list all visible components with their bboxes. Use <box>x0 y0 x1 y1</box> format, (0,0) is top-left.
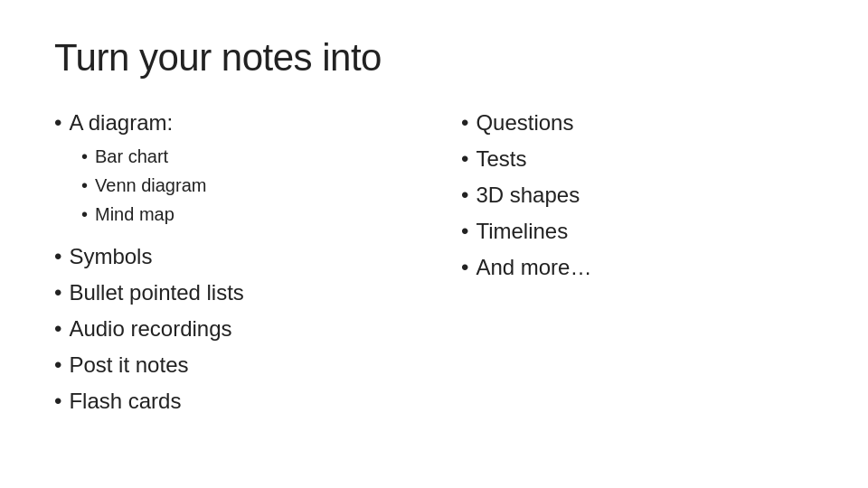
bullet-icon: • <box>81 143 88 170</box>
bullet-icon: • <box>461 143 468 175</box>
list-item-venn-diagram: • Venn diagram <box>81 172 407 199</box>
questions-label: Questions <box>476 107 573 139</box>
list-item-symbols: • Symbols <box>54 240 407 273</box>
mind-map-label: Mind map <box>95 201 175 228</box>
bullet-icon: • <box>81 201 88 228</box>
list-item-flash-cards: • Flash cards <box>54 385 407 418</box>
bullet-icon: • <box>54 277 61 309</box>
bullet-icon: • <box>54 240 61 273</box>
timelines-label: Timelines <box>476 215 568 248</box>
list-item-bar-chart: • Bar chart <box>81 143 407 170</box>
tests-label: Tests <box>476 143 526 175</box>
list-item-3d-shapes: • 3D shapes <box>461 179 814 211</box>
bullet-icon: • <box>54 349 61 381</box>
slide: Turn your notes into • A diagram: • Bar … <box>0 0 868 488</box>
list-item-post-it: • Post it notes <box>54 349 407 381</box>
bullet-icon: • <box>461 251 468 284</box>
bullet-icon: • <box>461 107 468 139</box>
bar-chart-label: Bar chart <box>95 143 168 170</box>
list-item-bullet-lists: • Bullet pointed lists <box>54 277 407 309</box>
3d-shapes-label: 3D shapes <box>476 179 580 211</box>
bullet-icon: • <box>54 313 61 345</box>
audio-label: Audio recordings <box>69 313 231 345</box>
sub-list-diagram: • Bar chart • Venn diagram • Mind map <box>81 143 407 228</box>
list-item-diagram: • A diagram: <box>54 107 407 139</box>
and-more-label: And more… <box>476 251 591 284</box>
bullet-lists-label: Bullet pointed lists <box>69 277 243 309</box>
list-item-and-more: • And more… <box>461 251 814 284</box>
list-item-mind-map: • Mind map <box>81 201 407 228</box>
bullet-icon: • <box>54 107 61 139</box>
right-column: • Questions • Tests • 3D shapes • Timeli… <box>461 107 814 452</box>
diagram-label: A diagram: <box>69 107 173 139</box>
content-area: • A diagram: • Bar chart • Venn diagram … <box>54 107 814 452</box>
slide-title: Turn your notes into <box>54 36 814 80</box>
list-item-timelines: • Timelines <box>461 215 814 248</box>
venn-diagram-label: Venn diagram <box>95 172 206 199</box>
list-item-questions: • Questions <box>461 107 814 139</box>
flash-cards-label: Flash cards <box>69 385 181 418</box>
bullet-icon: • <box>54 385 61 418</box>
post-it-label: Post it notes <box>69 349 188 381</box>
symbols-label: Symbols <box>69 240 152 273</box>
left-column: • A diagram: • Bar chart • Venn diagram … <box>54 107 407 452</box>
bullet-icon: • <box>461 179 468 211</box>
list-item-tests: • Tests <box>461 143 814 175</box>
bullet-icon: • <box>461 215 468 248</box>
bullet-icon: • <box>81 172 88 199</box>
list-item-audio: • Audio recordings <box>54 313 407 345</box>
